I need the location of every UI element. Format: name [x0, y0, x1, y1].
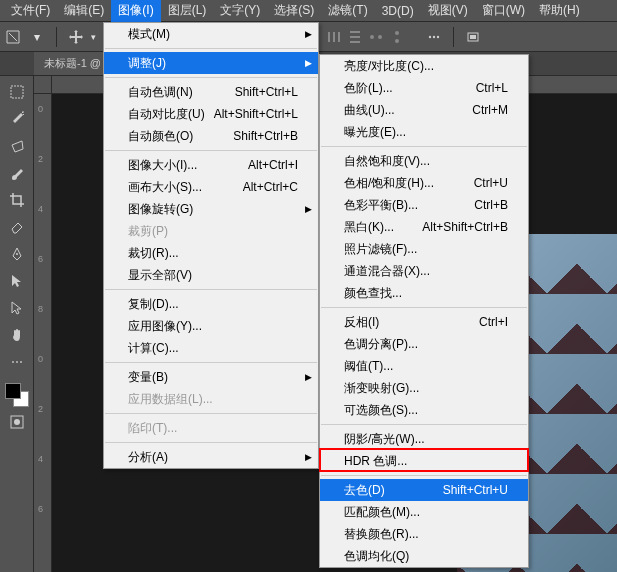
menu-layer[interactable]: 图层(L): [161, 0, 214, 22]
move-icon[interactable]: [67, 28, 85, 46]
menu-item[interactable]: 分析(A)▶: [104, 446, 318, 468]
menu-item[interactable]: 自动颜色(O)Shift+Ctrl+B: [104, 125, 318, 147]
menu-item-label: 去色(D): [344, 482, 385, 499]
menu-separator: [105, 289, 317, 290]
menu-type[interactable]: 文字(Y): [213, 0, 267, 22]
svg-rect-32: [470, 35, 476, 39]
eraser-tool-icon[interactable]: [5, 215, 29, 239]
menu-item[interactable]: 黑白(K)...Alt+Shift+Ctrl+B: [320, 216, 528, 238]
menu-select[interactable]: 选择(S): [267, 0, 321, 22]
menu-item[interactable]: 阴影/高光(W)...: [320, 428, 528, 450]
menu-item-label: 裁切(R)...: [128, 245, 179, 262]
dropdown-icon[interactable]: ▾: [28, 28, 46, 46]
menu-edit[interactable]: 编辑(E): [57, 0, 111, 22]
document-tab[interactable]: 未标题-1 @: [34, 52, 111, 75]
menu-item-label: 自动色调(N): [128, 84, 193, 101]
hand-tool-icon[interactable]: [5, 323, 29, 347]
wand-tool-icon[interactable]: [5, 107, 29, 131]
menu-item[interactable]: 画布大小(S)...Alt+Ctrl+C: [104, 176, 318, 198]
more-tools-icon[interactable]: ⋯: [5, 350, 29, 374]
distribute-icon[interactable]: [387, 28, 407, 46]
menu-item-label: 替换颜色(R)...: [344, 526, 419, 543]
menu-item[interactable]: 渐变映射(G)...: [320, 377, 528, 399]
menu-item[interactable]: 替换颜色(R)...: [320, 523, 528, 545]
menu-item[interactable]: 应用图像(Y)...: [104, 315, 318, 337]
menu-item[interactable]: 自然饱和度(V)...: [320, 150, 528, 172]
menu-window[interactable]: 窗口(W): [475, 0, 532, 22]
menu-item[interactable]: 图像旋转(G)▶: [104, 198, 318, 220]
menu-item[interactable]: HDR 色调...: [320, 450, 528, 472]
menu-item[interactable]: 自动对比度(U)Alt+Shift+Ctrl+L: [104, 103, 318, 125]
menu-item[interactable]: 色调分离(P)...: [320, 333, 528, 355]
distribute-icon[interactable]: [324, 28, 344, 46]
menu-filter[interactable]: 滤镜(T): [321, 0, 374, 22]
ruler-vertical[interactable]: 0 2 4 6 8 0 2 4 6: [34, 94, 52, 572]
menu-item[interactable]: 匹配颜色(M)...: [320, 501, 528, 523]
menu-item[interactable]: 阈值(T)...: [320, 355, 528, 377]
menu-item[interactable]: 曲线(U)...Ctrl+M: [320, 99, 528, 121]
menu-item-label: 分析(A): [128, 449, 168, 466]
menu-image[interactable]: 图像(I): [111, 0, 160, 22]
mode-icon[interactable]: [464, 28, 482, 46]
menu-item[interactable]: 显示全部(V): [104, 264, 318, 286]
crop-tool-icon[interactable]: [5, 188, 29, 212]
menu-item[interactable]: 色调均化(Q): [320, 545, 528, 567]
svg-point-27: [395, 39, 399, 43]
pen-tool-icon[interactable]: [5, 242, 29, 266]
menu-item-label: 显示全部(V): [128, 267, 192, 284]
menu-item[interactable]: 反相(I)Ctrl+I: [320, 311, 528, 333]
menu-item[interactable]: 色彩平衡(B)...Ctrl+B: [320, 194, 528, 216]
quickmask-icon[interactable]: [5, 410, 29, 434]
marquee-tool-icon[interactable]: [5, 80, 29, 104]
distribute-icon[interactable]: [366, 28, 386, 46]
path-select-tool-icon[interactable]: [5, 269, 29, 293]
menu-item-label: 裁剪(P): [128, 223, 168, 240]
menu-separator: [105, 150, 317, 151]
dropdown-icon[interactable]: ▾: [91, 32, 96, 42]
menu-item[interactable]: 变量(B)▶: [104, 366, 318, 388]
svg-rect-20: [338, 32, 340, 42]
menu-item-label: 阈值(T)...: [344, 358, 393, 375]
menu-item[interactable]: 图像大小(I)...Alt+Ctrl+I: [104, 154, 318, 176]
menu-item[interactable]: 去色(D)Shift+Ctrl+U: [320, 479, 528, 501]
ruler-tick: 8: [38, 304, 43, 314]
menu-item-label: 自然饱和度(V)...: [344, 153, 430, 170]
lasso-tool-icon[interactable]: [5, 134, 29, 158]
menu-file[interactable]: 文件(F): [4, 0, 57, 22]
menu-item-label: 可选颜色(S)...: [344, 402, 418, 419]
menu-item[interactable]: 模式(M)▶: [104, 23, 318, 45]
tool-preset-icon[interactable]: [4, 28, 22, 46]
menu-item[interactable]: 曝光度(E)...: [320, 121, 528, 143]
menu-item-label: 反相(I): [344, 314, 379, 331]
menu-item[interactable]: 自动色调(N)Shift+Ctrl+L: [104, 81, 318, 103]
menu-item-label: 照片滤镜(F)...: [344, 241, 417, 258]
menu-item[interactable]: 色相/饱和度(H)...Ctrl+U: [320, 172, 528, 194]
menu-item[interactable]: 裁切(R)...: [104, 242, 318, 264]
menu-item[interactable]: 色阶(L)...Ctrl+L: [320, 77, 528, 99]
color-swatch[interactable]: [5, 383, 29, 407]
menu-item[interactable]: 照片滤镜(F)...: [320, 238, 528, 260]
move-tool-icon[interactable]: [5, 296, 29, 320]
more-icon[interactable]: [425, 28, 443, 46]
menu-item[interactable]: 调整(J)▶: [104, 52, 318, 74]
menu-item[interactable]: 颜色查找...: [320, 282, 528, 304]
menu-item[interactable]: 计算(C)...: [104, 337, 318, 359]
menu-item[interactable]: 亮度/对比度(C)...: [320, 55, 528, 77]
foreground-color[interactable]: [5, 383, 21, 399]
menu-item[interactable]: 可选颜色(S)...: [320, 399, 528, 421]
svg-point-29: [433, 35, 435, 37]
divider: [453, 27, 454, 47]
menu-item-shortcut: Alt+Shift+Ctrl+B: [422, 220, 508, 234]
ruler-tick: 6: [38, 254, 43, 264]
distribute-icon[interactable]: [345, 28, 365, 46]
brush-tool-icon[interactable]: [5, 161, 29, 185]
tools-panel: ⋯: [0, 76, 34, 572]
menu-item[interactable]: 通道混合器(X)...: [320, 260, 528, 282]
menu-item-label: 变量(B): [128, 369, 168, 386]
ruler-tick: 0: [38, 104, 43, 114]
menu-item[interactable]: 复制(D)...: [104, 293, 318, 315]
menu-item-label: 匹配颜色(M)...: [344, 504, 420, 521]
menu-3d[interactable]: 3D(D): [375, 1, 421, 21]
menu-help[interactable]: 帮助(H): [532, 0, 587, 22]
menu-view[interactable]: 视图(V): [421, 0, 475, 22]
